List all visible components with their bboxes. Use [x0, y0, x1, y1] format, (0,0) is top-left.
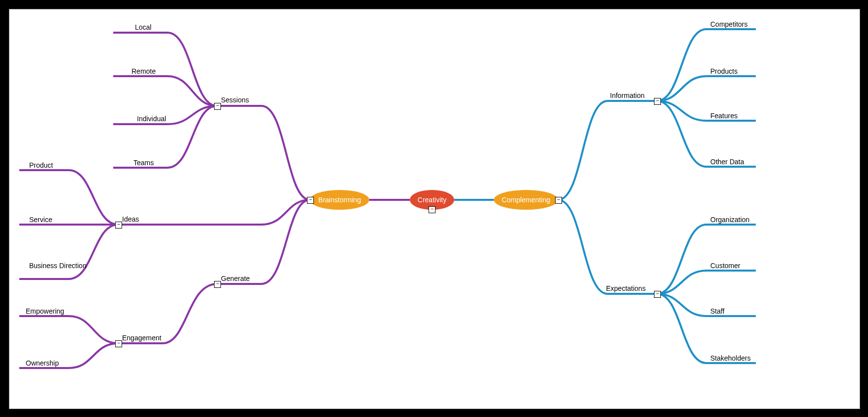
products-label[interactable]: Products: [710, 67, 738, 75]
toggle-brainstorming[interactable]: −: [307, 197, 314, 204]
toggle-engagement[interactable]: −: [115, 340, 122, 347]
toggle-root[interactable]: −: [429, 206, 435, 213]
toggle-information[interactable]: −: [654, 98, 661, 105]
individual-label[interactable]: Individual: [137, 115, 166, 123]
toggle-generate[interactable]: −: [214, 281, 221, 288]
toggle-expectations[interactable]: −: [654, 291, 661, 298]
edge-expectations: [558, 200, 657, 294]
product-label[interactable]: Product: [29, 161, 53, 169]
ideas-label[interactable]: Ideas: [122, 215, 139, 223]
local-label[interactable]: Local: [135, 23, 151, 31]
edge-ideas: [118, 200, 310, 225]
edge-organization: [657, 225, 756, 294]
bizdir-label[interactable]: Business Direction: [29, 262, 88, 270]
edge-generate: [217, 200, 310, 284]
remote-label[interactable]: Remote: [131, 67, 156, 75]
ownership-label[interactable]: Ownership: [26, 359, 59, 367]
edge-sessions: [217, 106, 310, 200]
edge-bizdir: [19, 225, 118, 279]
edge-otherdata: [657, 101, 756, 167]
edge-stakeholders: [657, 294, 756, 363]
otherdata-label[interactable]: Other Data: [710, 158, 744, 166]
competitors-label[interactable]: Competitors: [710, 20, 747, 28]
sessions-label[interactable]: Sessions: [221, 96, 249, 104]
service-label[interactable]: Service: [29, 216, 52, 224]
edge-empowering: [19, 316, 118, 343]
empowering-label[interactable]: Empowering: [26, 307, 64, 315]
mindmap-canvas[interactable]: { "colors": { "left": "#8b36a6", "right"…: [9, 9, 860, 409]
toggle-sessions[interactable]: −: [214, 103, 221, 110]
features-label[interactable]: Features: [710, 112, 738, 120]
toggle-complementing[interactable]: −: [555, 197, 562, 204]
generate-label[interactable]: Generate: [221, 275, 250, 282]
teams-label[interactable]: Teams: [133, 159, 154, 167]
engagement-label[interactable]: Engagement: [122, 334, 161, 342]
toggle-ideas[interactable]: −: [115, 222, 122, 229]
edge-local: [113, 33, 217, 106]
complementing-label: Complementing: [501, 196, 551, 204]
expectations-label[interactable]: Expectations: [606, 284, 646, 292]
stakeholders-label[interactable]: Stakeholders: [710, 354, 751, 362]
staff-label[interactable]: Staff: [710, 307, 725, 315]
organization-label[interactable]: Organization: [710, 216, 749, 224]
information-label[interactable]: Information: [610, 92, 645, 99]
customer-label[interactable]: Customer: [710, 262, 740, 270]
brainstorming-label: Brainstorming: [316, 196, 363, 204]
edge-competitors: [657, 29, 756, 101]
root-label: Creativity: [416, 196, 448, 204]
edge-information: [558, 101, 657, 200]
